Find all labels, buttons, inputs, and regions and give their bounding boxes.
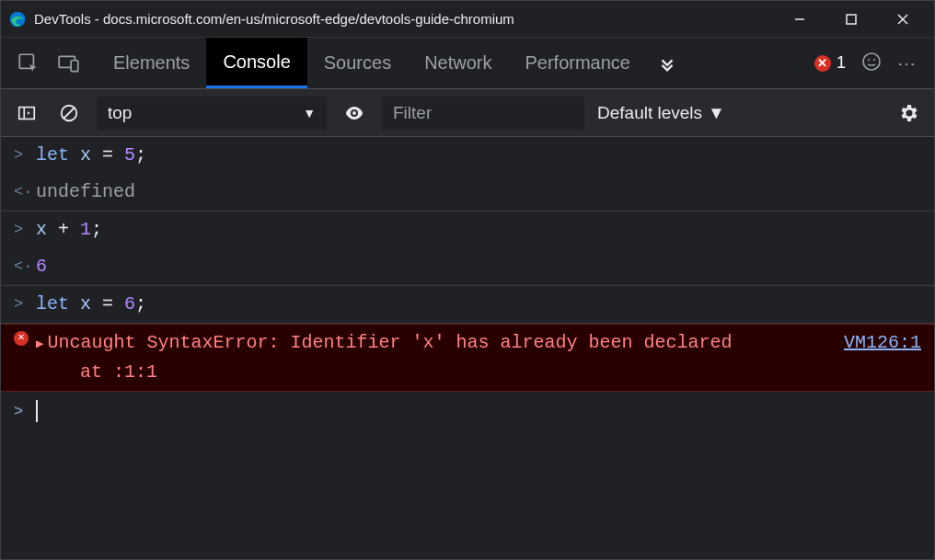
levels-label: Default levels [597, 103, 702, 123]
svg-rect-2 [847, 15, 856, 24]
feedback-icon[interactable] [860, 51, 883, 76]
console-toolbar: top ▼ Default levels ▼ [1, 89, 934, 137]
code-text: x + 1; [36, 215, 102, 245]
output-prompt-icon: <· [14, 177, 36, 204]
log-levels-selector[interactable]: Default levels ▼ [597, 103, 725, 123]
tab-sources[interactable]: Sources [307, 38, 408, 88]
window-minimize-button[interactable] [787, 6, 813, 32]
svg-rect-7 [71, 60, 78, 71]
console-output-row: <·6 [1, 248, 934, 286]
code-text: undefined [36, 177, 135, 207]
context-value: top [108, 103, 132, 123]
inspect-element-icon[interactable] [8, 43, 49, 84]
input-prompt-icon: > [14, 141, 36, 167]
clear-console-icon[interactable] [54, 98, 84, 128]
input-prompt-icon: > [14, 397, 36, 424]
svg-point-8 [863, 53, 880, 70]
more-tabs-button[interactable] [647, 43, 687, 84]
input-prompt-icon: > [14, 215, 36, 242]
console-input-row: >let x = 6; [1, 286, 934, 324]
console-output-row: <·undefined [1, 174, 934, 211]
code-text: let x = 5; [36, 141, 146, 170]
sidebar-toggle-icon[interactable] [12, 98, 41, 128]
svg-line-15 [64, 108, 75, 118]
text-cursor [36, 400, 38, 422]
console-error-row: ✕▶Uncaught SyntaxError: Identifier 'x' h… [1, 324, 934, 392]
window-titlebar: DevTools - docs.microsoft.com/en-us/micr… [1, 1, 934, 38]
svg-marker-13 [28, 111, 30, 115]
chevron-down-icon: ▼ [708, 103, 725, 123]
error-count-badge[interactable]: ✕ 1 [814, 53, 846, 73]
input-prompt-icon: > [14, 290, 36, 316]
device-toolbar-icon[interactable] [49, 43, 89, 84]
window-maximize-button[interactable] [838, 6, 864, 32]
console-prompt[interactable]: > [1, 392, 934, 429]
tab-network[interactable]: Network [408, 38, 508, 88]
svg-rect-11 [19, 107, 35, 119]
filter-input[interactable] [382, 97, 584, 130]
tab-console[interactable]: Console [206, 38, 306, 88]
panel-tabs: ElementsConsoleSourcesNetworkPerformance [97, 38, 647, 88]
error-icon: ✕ [14, 328, 36, 346]
error-icon: ✕ [814, 55, 831, 72]
window-close-button[interactable] [890, 6, 916, 32]
code-text: 6 [36, 252, 47, 281]
console-input-row: >let x = 5; [1, 137, 934, 174]
console-settings-icon[interactable] [894, 98, 923, 128]
execution-context-selector[interactable]: top ▼ [97, 97, 327, 130]
devtools-tabbar: ElementsConsoleSourcesNetworkPerformance… [1, 38, 934, 89]
edge-icon [8, 10, 27, 29]
error-source-link[interactable]: VM126:1 [844, 328, 921, 387]
chevron-down-icon: ▼ [303, 106, 316, 120]
output-prompt-icon: <· [14, 252, 36, 279]
error-count: 1 [837, 53, 846, 73]
more-options-button[interactable]: ⋯ [897, 52, 918, 74]
live-expression-icon[interactable] [340, 98, 369, 128]
svg-point-9 [868, 59, 870, 61]
error-message: ▶Uncaught SyntaxError: Identifier 'x' ha… [36, 328, 825, 387]
svg-point-10 [873, 59, 875, 61]
console-output: >let x = 5;<·undefined>x + 1;<·6>let x =… [1, 137, 934, 429]
code-text: let x = 6; [36, 290, 146, 319]
tab-performance[interactable]: Performance [509, 38, 648, 88]
console-input-row: >x + 1; [1, 211, 934, 248]
tab-elements[interactable]: Elements [97, 38, 206, 88]
window-title: DevTools - docs.microsoft.com/en-us/micr… [34, 11, 787, 27]
